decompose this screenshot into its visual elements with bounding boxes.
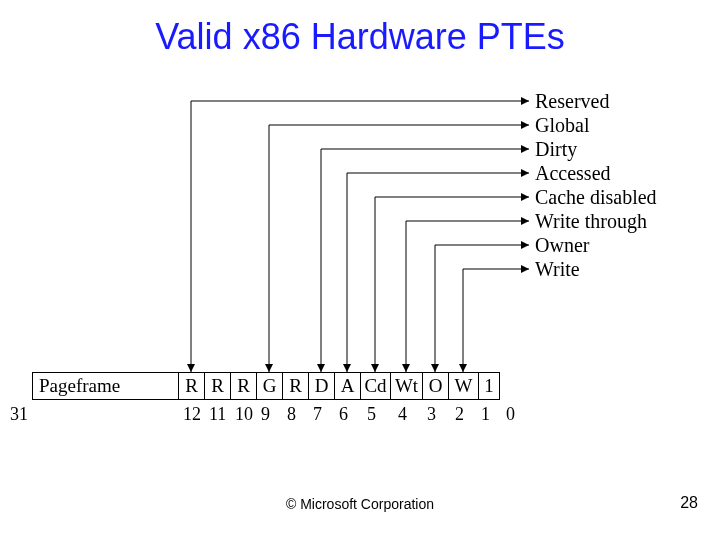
- bit-number: 3: [427, 404, 436, 425]
- svg-marker-15: [521, 169, 529, 177]
- bit-cell: R: [230, 372, 256, 400]
- bit-number: 4: [398, 404, 407, 425]
- bit-number: 12: [183, 404, 201, 425]
- svg-marker-7: [521, 121, 529, 129]
- bit-cell: R: [178, 372, 204, 400]
- bit-cell: Wt: [390, 372, 422, 400]
- bit-cell: D: [308, 372, 334, 400]
- bit-cell: G: [256, 372, 282, 400]
- svg-marker-25: [431, 364, 439, 372]
- bit-number-row: 311211109876543210: [0, 404, 720, 426]
- bit-cell: R: [282, 372, 308, 400]
- svg-marker-21: [402, 364, 410, 372]
- connector-lines: [0, 0, 720, 540]
- bit-number: 6: [339, 404, 348, 425]
- svg-marker-13: [343, 364, 351, 372]
- svg-marker-11: [521, 145, 529, 153]
- bit-number: 11: [209, 404, 226, 425]
- bit-number: 5: [367, 404, 376, 425]
- svg-marker-19: [521, 193, 529, 201]
- svg-marker-1: [187, 364, 195, 372]
- bit-number: 31: [10, 404, 28, 425]
- svg-marker-17: [371, 364, 379, 372]
- bit-number: 2: [455, 404, 464, 425]
- bit-cell: Cd: [360, 372, 390, 400]
- svg-marker-3: [521, 97, 529, 105]
- bit-number: 7: [313, 404, 322, 425]
- bit-number: 10: [235, 404, 253, 425]
- svg-marker-23: [521, 217, 529, 225]
- page-number: 28: [680, 494, 698, 512]
- bit-cell: W: [448, 372, 478, 400]
- svg-marker-31: [521, 265, 529, 273]
- bit-field-row: PageframeRRRGRDACdWtOW1: [32, 372, 500, 400]
- copyright-text: © Microsoft Corporation: [0, 496, 720, 512]
- bit-number: 9: [261, 404, 270, 425]
- bit-number: 8: [287, 404, 296, 425]
- svg-marker-5: [265, 364, 273, 372]
- bit-cell: Pageframe: [32, 372, 178, 400]
- bit-number: 1: [481, 404, 490, 425]
- svg-marker-9: [317, 364, 325, 372]
- bit-cell: 1: [478, 372, 500, 400]
- svg-marker-29: [459, 364, 467, 372]
- svg-marker-27: [521, 241, 529, 249]
- bit-cell: A: [334, 372, 360, 400]
- bit-cell: R: [204, 372, 230, 400]
- bit-number: 0: [506, 404, 515, 425]
- bit-cell: O: [422, 372, 448, 400]
